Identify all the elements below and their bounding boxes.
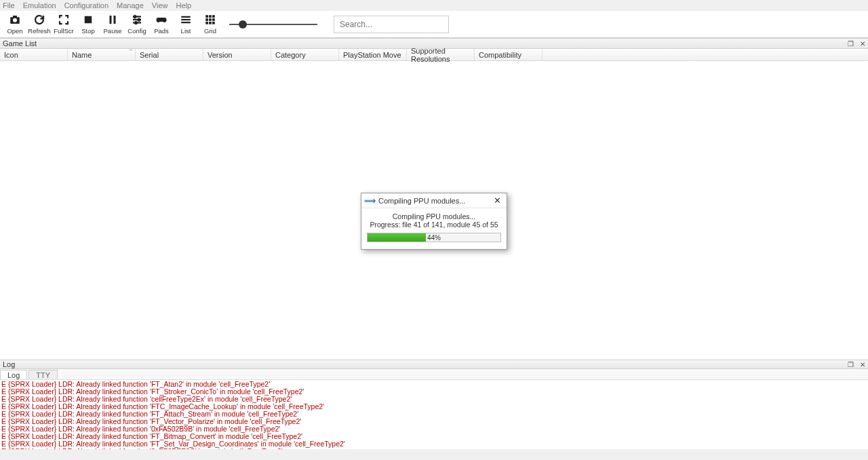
svg-rect-4 xyxy=(110,16,112,24)
svg-point-10 xyxy=(138,19,140,21)
svg-rect-16 xyxy=(209,15,212,18)
search-input[interactable] xyxy=(334,16,449,33)
gamelist-restore-icon[interactable]: ❐ xyxy=(848,40,854,47)
menu-configuration[interactable]: Configuration xyxy=(64,1,108,9)
svg-rect-17 xyxy=(212,15,215,18)
grid-icon xyxy=(204,14,216,26)
menu-help[interactable]: Help xyxy=(176,1,192,9)
log-panel-header: Log ❐ ✕ xyxy=(0,360,868,369)
log-title: Log xyxy=(3,360,15,368)
svg-rect-22 xyxy=(209,22,212,24)
log-restore-icon[interactable]: ❐ xyxy=(848,361,854,368)
svg-point-11 xyxy=(135,22,137,24)
gamepad-icon xyxy=(155,14,167,26)
svg-rect-23 xyxy=(212,22,215,24)
fullscreen-icon xyxy=(58,14,70,26)
log-body[interactable]: E {SPRX Loader} LDR: Already linked func… xyxy=(0,380,868,449)
column-version[interactable]: Version xyxy=(203,49,271,60)
column-playstation-move[interactable]: PlayStation Move xyxy=(339,49,407,60)
dialog-status-line: Compiling PPU modules... xyxy=(367,212,501,221)
icon-size-slider[interactable] xyxy=(229,18,317,31)
log-tabs: LogTTY xyxy=(0,369,868,380)
toolbar: OpenRefreshFullScrStopPauseConfigPadsLis… xyxy=(0,11,868,38)
gamelist-close-icon[interactable]: ✕ xyxy=(860,40,865,47)
app-icon: ⟹ xyxy=(364,196,376,206)
grid-button[interactable]: Grid xyxy=(198,12,222,37)
menubar: FileEmulationConfigurationManageViewHelp xyxy=(0,0,868,11)
pause-button[interactable]: Pause xyxy=(100,12,125,37)
svg-rect-1 xyxy=(13,16,17,18)
svg-rect-12 xyxy=(181,16,191,18)
menu-view[interactable]: View xyxy=(152,1,168,9)
log-tab-tty[interactable]: TTY xyxy=(28,370,58,379)
column-serial[interactable]: Serial xyxy=(136,49,203,60)
menu-emulation[interactable]: Emulation xyxy=(23,1,56,9)
open-button[interactable]: Open xyxy=(3,12,27,37)
dialog-title-text: Compiling PPU modules... xyxy=(378,197,490,205)
dialog-progress-line: Progress: file 41 of 141, module 45 of 5… xyxy=(367,221,501,229)
list-icon xyxy=(180,14,192,26)
column-category[interactable]: Category xyxy=(271,49,339,60)
svg-rect-18 xyxy=(205,18,208,21)
svg-rect-3 xyxy=(85,16,92,24)
log-line: E {SPRX Loader} LDR: Already linked func… xyxy=(1,448,867,449)
progress-percent: 44% xyxy=(427,233,441,243)
svg-point-9 xyxy=(134,16,136,18)
refresh-icon xyxy=(33,14,45,26)
svg-rect-13 xyxy=(181,19,191,20)
progress-bar: 44% xyxy=(367,233,501,242)
svg-rect-14 xyxy=(181,22,191,23)
svg-rect-19 xyxy=(209,18,212,21)
menu-file[interactable]: File xyxy=(3,1,15,9)
compile-dialog: ⟹ Compiling PPU modules... ✕ Compiling P… xyxy=(361,193,507,250)
stop-button[interactable]: Stop xyxy=(76,12,100,37)
svg-rect-15 xyxy=(205,15,208,18)
pads-button[interactable]: Pads xyxy=(149,12,174,37)
gamelist-title: Game List xyxy=(3,39,37,47)
dialog-titlebar[interactable]: ⟹ Compiling PPU modules... ✕ xyxy=(361,193,507,208)
fullscr-button[interactable]: FullScr xyxy=(52,12,76,37)
log-close-icon[interactable]: ✕ xyxy=(860,361,865,368)
stop-icon xyxy=(82,14,94,26)
menu-manage[interactable]: Manage xyxy=(117,1,144,9)
sliders-icon xyxy=(131,14,143,26)
log-tab-log[interactable]: Log xyxy=(0,370,27,379)
svg-point-2 xyxy=(13,18,17,22)
pause-icon xyxy=(106,14,119,26)
column-supported-resolutions[interactable]: Supported Resolutions xyxy=(407,49,475,60)
svg-rect-20 xyxy=(212,18,215,21)
refresh-button[interactable]: Refresh xyxy=(27,12,52,37)
list-button[interactable]: List xyxy=(174,12,198,37)
column-compatibility[interactable]: Compatibility xyxy=(475,49,542,60)
close-icon[interactable]: ✕ xyxy=(490,195,504,206)
column-icon[interactable]: Icon xyxy=(0,49,68,60)
svg-rect-5 xyxy=(114,16,116,24)
svg-rect-21 xyxy=(205,22,208,24)
config-button[interactable]: Config xyxy=(125,12,149,37)
column-name[interactable]: Name^ xyxy=(68,49,136,60)
camera-icon xyxy=(9,14,21,26)
gamelist-columns: IconName^SerialVersionCategoryPlayStatio… xyxy=(0,49,868,61)
